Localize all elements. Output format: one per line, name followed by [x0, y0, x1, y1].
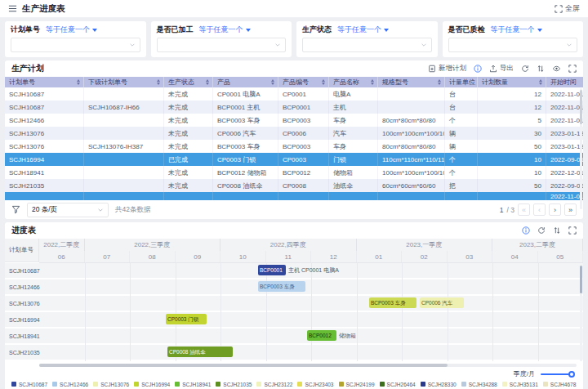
info-icon — [474, 65, 482, 73]
table-cell: 储物箱 — [329, 166, 378, 179]
sort-icon — [77, 79, 80, 85]
quarter-header-cell: 2022,二季度 — [39, 239, 85, 251]
sort-rows-button[interactable] — [537, 65, 545, 73]
table-cell: 未完成 — [164, 114, 213, 127]
filter-card-plan-no: 计划单号 等于任意一个 — [5, 21, 146, 57]
table-cell: SCJH10687-IH66 — [84, 101, 164, 114]
top-bar: 生产进度表 全屏 — [0, 0, 588, 18]
column-header-label: 计量单位 — [449, 78, 475, 87]
export-button[interactable]: 导出 — [489, 64, 514, 74]
gantt-row-label: SCJH16994 — [5, 312, 39, 327]
column-visibility-button[interactable] — [552, 65, 561, 73]
filter-funnel-icon[interactable] — [11, 205, 20, 214]
last-page-button[interactable]: » — [564, 203, 577, 216]
table-cell: 2022-11-01 — [546, 101, 583, 114]
legend-code: SCJH23403 — [305, 382, 333, 387]
gantt-fullscreen-button[interactable] — [568, 226, 577, 235]
next-page-button[interactable]: › — [549, 203, 561, 216]
table-cell: 100cm*100cm*100/100 — [378, 127, 445, 140]
fullscreen-button[interactable]: 全屏 — [555, 3, 580, 14]
page-size-select[interactable]: 20 条/页 — [27, 203, 109, 217]
gantt-vertical-scrollbar[interactable] — [580, 265, 582, 361]
add-plan-button[interactable]: 新增计划 — [428, 64, 466, 74]
table-cell — [445, 192, 478, 200]
column-header[interactable]: 规格型号 — [378, 77, 445, 87]
gantt-refresh-button[interactable] — [537, 226, 546, 235]
table-row[interactable]: SCJH16994已完成CP0003 门锁CP0003门锁110cm*110cm… — [5, 153, 583, 166]
filter-operator-link[interactable]: 等于任意一个 — [46, 25, 97, 35]
table-row[interactable]: SCJH10687SCJH10687-IH66未完成BCP0001 主机BCP0… — [5, 101, 583, 114]
table-cell: CP0006 汽车 — [213, 127, 278, 140]
filter-operator-link[interactable]: 等于任意一个 — [491, 25, 542, 35]
refresh-button[interactable] — [521, 65, 529, 73]
gantt-bar[interactable]: CP0006 汽车 — [420, 297, 464, 308]
filter-select-processed[interactable] — [157, 38, 287, 52]
filter-operator-link[interactable]: 等于任意一个 — [199, 25, 251, 35]
scale-slider[interactable] — [541, 373, 573, 375]
table-cell: 60cm*60cm*60/60 — [378, 179, 445, 192]
table-row[interactable]: SCJH12466未完成BCP0003 车身BCP0003车身80cm*80cm… — [5, 114, 583, 127]
filter-select-plan-no[interactable] — [11, 38, 140, 52]
table-cell: SCJH12466 — [5, 114, 84, 127]
legend-color-swatch — [380, 382, 385, 387]
table-vertical-scrollbar[interactable] — [580, 88, 582, 209]
filter-select-inspected[interactable] — [448, 38, 578, 52]
gantt-bar[interactable]: BCP0012 — [307, 330, 336, 341]
column-header[interactable]: 计量单位 — [445, 77, 478, 87]
column-header-label: 生产状态 — [168, 78, 194, 87]
prev-page-button[interactable]: ‹ — [533, 203, 546, 216]
table-cell: 辆 — [445, 127, 478, 140]
filter-select-status[interactable] — [302, 38, 432, 52]
month-header-cell: 11 — [266, 251, 312, 262]
column-header[interactable]: 产品名称 — [329, 77, 378, 87]
filter-operator-link[interactable]: 等于任意一个 — [337, 25, 389, 35]
table-row[interactable]: SCJH18941未完成BCP0012 储物箱BCP0012储物箱100cm*1… — [5, 166, 583, 179]
legend-item: SCJH35131 — [502, 382, 538, 387]
slider-knob[interactable] — [568, 371, 575, 378]
gantt-row: SCJH21035CP0008 油纸伞 — [5, 345, 583, 361]
table-cell: 50 — [478, 140, 546, 153]
table-cell: 12 — [478, 101, 546, 114]
gantt-bar[interactable]: BCP0003 车身 — [258, 281, 305, 292]
gantt-bar[interactable]: CP0008 油纸伞 — [167, 347, 233, 357]
table-row[interactable]: SCJH10687未完成CP0001 电脑ACP0001电脑A台122022-1… — [5, 87, 583, 101]
menu-list-icon[interactable] — [8, 4, 17, 13]
column-header[interactable]: 开始时间 — [546, 77, 583, 87]
legend-code: SCJH16994 — [141, 382, 170, 387]
table-fullscreen-button[interactable] — [568, 65, 577, 73]
gantt-row-track: CP0008 油纸伞 — [39, 345, 583, 360]
legend-item: SCJH21035 — [216, 382, 252, 387]
table-row[interactable]: SCJH13076未完成CP0006 汽车CP0006汽车100cm*100cm… — [5, 127, 583, 140]
column-header[interactable]: 计划数量 — [478, 77, 546, 87]
column-header-label: 开始时间 — [550, 78, 577, 87]
table-row[interactable]: SCJH13076SCJH13076-IH387未完成BCP0003 车身BCP… — [5, 140, 583, 153]
column-header[interactable]: 产品编号 — [278, 77, 329, 87]
gantt-bar[interactable]: CP0003 门锁 — [166, 314, 207, 324]
first-page-button[interactable]: « — [518, 203, 530, 216]
table-cell: 2022-11-01 — [546, 114, 583, 127]
legend-item: SCJH12466 — [52, 382, 88, 387]
table-cell: CP0001 电脑A — [213, 87, 278, 101]
table-cell: 主机 — [329, 101, 378, 114]
column-header[interactable]: 产品 — [213, 77, 278, 87]
gantt-horizontal-scrollbar[interactable] — [39, 364, 577, 367]
table-cell: 2022-09-06 — [546, 179, 583, 192]
column-header[interactable]: 计划单号 — [5, 77, 84, 87]
chevron-down-icon — [421, 42, 427, 48]
column-header-label: 下级计划单号 — [88, 78, 127, 87]
gantt-bar[interactable]: BCP0001 — [258, 265, 286, 275]
table-row-partial[interactable]: 2022-11-01 — [5, 192, 583, 200]
info-button[interactable] — [474, 65, 482, 73]
table-cell: 2022-11-01 — [546, 192, 583, 200]
column-header[interactable]: 生产状态 — [164, 77, 213, 87]
gantt-bar[interactable]: BCP0003 车身 — [369, 297, 416, 308]
column-header[interactable]: 下级计划单号 — [84, 77, 164, 87]
current-page: 1 — [500, 206, 504, 214]
month-header-cell: 05 — [538, 251, 584, 262]
gantt-row-track: BCP0012储物箱 — [39, 329, 583, 343]
gantt-info-button[interactable] — [522, 226, 530, 235]
table-row[interactable]: SCJH21035未完成CP0008 油纸伞CP0008油纸伞60cm*60cm… — [5, 179, 583, 192]
legend-item: SCJH23122 — [256, 382, 292, 387]
gantt-sort-button[interactable] — [553, 226, 561, 235]
gantt-row-track: BCP0001主机 CP0001 电脑A — [39, 263, 583, 278]
